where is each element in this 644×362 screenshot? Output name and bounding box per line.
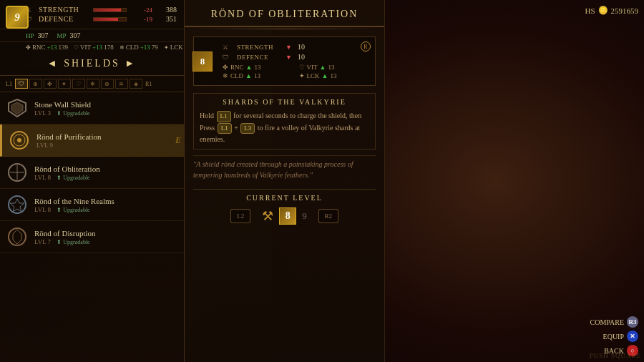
shield-icon-1 <box>8 129 31 152</box>
strength-label: STRENGTH <box>39 6 89 14</box>
shield-info-4: Rönd of Disruption LVL 7 ⬆ Upgradable <box>34 229 178 245</box>
shields-title-text: SHIELDS <box>64 58 120 69</box>
r2-btn[interactable]: R2 <box>318 209 338 223</box>
item-grid-stats: ✤ RNC ▲ 13 ♡ VIT ▲ 13 ❄ CLD ▲ 13 <box>223 64 369 79</box>
l2-btn[interactable]: L2 <box>230 209 250 223</box>
anvil-icon: ⚒ <box>262 208 273 224</box>
r-badge: R <box>361 41 371 52</box>
current-level-num: 8 <box>279 207 296 225</box>
equip-action[interactable]: EQUIP ✕ <box>603 331 638 342</box>
tab-8[interactable]: ≋ <box>115 79 128 89</box>
r1-btn[interactable]: R1 <box>145 81 152 87</box>
r3-button[interactable]: R3 <box>627 316 638 328</box>
upgradable-icon-3: ⬆ <box>57 207 62 213</box>
strength-stat-row: ⚔ STRENGTH -24 388 <box>26 6 177 14</box>
strength-arrow-down: ▼ <box>286 44 292 51</box>
upgradable-badge-0: ⬆ Upgradable <box>57 110 89 117</box>
tab-2[interactable]: ⊕ <box>29 79 42 89</box>
defence-label: DEFENCE <box>39 15 89 23</box>
ability-title: SHARDS OF THE VALKYRIE <box>200 98 369 106</box>
l1-ability-btn: L1 <box>217 111 231 122</box>
shield-level-1: LVL 9 <box>36 142 178 149</box>
hp-label: HP <box>26 32 34 39</box>
svg-point-10 <box>9 228 26 245</box>
lck-grid-arrow: ▲ <box>322 72 328 79</box>
rnc-icon: ✤ <box>26 44 31 51</box>
item-level-badge: 8 <box>192 52 213 72</box>
cld-stat: ❄ CLD +13 79 <box>119 44 158 51</box>
lck-grid-label: LCK <box>307 72 320 79</box>
shield-info-1: Rönd of Purification LVL 9 <box>36 132 178 149</box>
ability-section: SHARDS OF THE VALKYRIE Hold L1 for sever… <box>193 93 376 150</box>
rnc-value: 139 <box>59 44 69 51</box>
hud-top-right: HS 🪙 2591659 <box>585 6 638 15</box>
shield-item-1[interactable]: Rönd of Purification LVL 9 <box>0 124 184 157</box>
rnc-grid-icon: ✤ <box>223 64 228 71</box>
tab-7[interactable]: ⊛ <box>101 79 114 89</box>
tab-5[interactable]: ♡ <box>72 79 85 89</box>
watermark: PUSH SQUARE <box>590 352 641 359</box>
tab-4[interactable]: ✦ <box>58 79 71 89</box>
shield-item-3[interactable]: Rönd of the Nine Realms LVL 8 ⬆ Upgradab… <box>0 189 184 221</box>
item-strength-row: ⚔ STRENGTH ▼ 10 <box>223 43 369 51</box>
item-defence-row: 🛡 DEFENCE ▼ 10 <box>223 53 369 61</box>
l1-btn[interactable]: L1 <box>6 81 12 87</box>
equipment-tabs: L1 🛡 ⊕ ✤ ✦ ♡ ❄ ⊛ ≋ ◈ R1 <box>0 76 184 92</box>
upgradable-icon-4: ⬆ <box>57 239 62 245</box>
lck-label: LCK <box>170 44 183 51</box>
svg-point-4 <box>17 138 21 142</box>
ability-description: Hold L1 for several seconds to charge th… <box>200 110 369 145</box>
item-detail-panel: RÖND OF OBLITERATION 8 R ⚔ STRENGTH ▼ 10… <box>185 0 385 362</box>
rnc-stat: ✤ RNC +13 139 <box>26 44 68 51</box>
rnc-grid-value: 13 <box>254 64 260 71</box>
shield-item-0[interactable]: Stone Wall Shield LVL 3 ⬆ Upgradable <box>0 92 184 124</box>
strength-change: -24 <box>131 6 152 14</box>
l1-plus-btn: L1 <box>218 123 232 134</box>
hp-item: HP 307 <box>26 31 49 39</box>
shield-svg-2 <box>7 162 27 182</box>
vit-label: VIT <box>80 44 91 51</box>
shield-level-4: LVL 7 ⬆ Upgradable <box>34 238 178 245</box>
upgradable-icon-2: ⬆ <box>57 175 62 181</box>
current-level-section: CURRENT LEVEL L2 ⚒ 8 9 R2 <box>193 189 376 225</box>
tab-shields[interactable]: 🛡 <box>15 79 28 89</box>
shield-name-2: Rönd of Obliteration <box>34 165 178 173</box>
mp-item: MP 307 <box>57 31 81 39</box>
item-detail-title: RÖND OF OBLITERATION <box>185 0 384 27</box>
shield-item-2[interactable]: Rönd of Obliteration LVL 8 ⬆ Upgradable <box>0 157 184 189</box>
shield-name-0: Stone Wall Shield <box>34 100 178 109</box>
upgradable-badge-3: ⬆ Upgradable <box>57 207 89 213</box>
high-score-display: HS 🪙 2591659 <box>585 6 638 15</box>
left-panel: 9 ⚔ STRENGTH -24 388 🛡 DEFENCE -19 351 H… <box>0 0 185 362</box>
l3-btn: L3 <box>240 123 255 134</box>
tab-6[interactable]: ❄ <box>87 79 99 89</box>
shield-item-4[interactable]: Rönd of Disruption LVL 7 ⬆ Upgradable <box>0 221 184 253</box>
vit-grid-value: 13 <box>328 64 334 71</box>
shield-info-2: Rönd of Obliteration LVL 8 ⬆ Upgradable <box>34 165 178 181</box>
bottom-actions: COMPARE R3 EQUIP ✕ BACK ○ <box>590 316 638 356</box>
shields-title: SHIELDS <box>0 52 184 76</box>
lck-grid-value: 13 <box>330 72 336 79</box>
compare-action[interactable]: COMPARE R3 <box>590 316 638 328</box>
cld-label: CLD <box>126 44 139 51</box>
equip-button[interactable]: ✕ <box>627 331 638 342</box>
ability-text-1: Hold <box>200 112 216 119</box>
shield-icon-3 <box>6 193 29 216</box>
vit-grid-icon: ♡ <box>299 64 305 71</box>
vit-stat: ♡ VIT +13 178 <box>74 44 114 51</box>
mp-label: MP <box>57 32 67 39</box>
tab-3[interactable]: ✤ <box>44 79 57 89</box>
shield-name-4: Rönd of Disruption <box>34 229 178 238</box>
equip-label: EQUIP <box>603 333 624 341</box>
cld-grid-icon: ❄ <box>223 72 228 79</box>
hp-value: 307 <box>38 31 49 39</box>
shield-icon-2 <box>6 161 29 184</box>
shield-icon-0 <box>6 97 29 119</box>
tab-9[interactable]: ◈ <box>130 79 142 89</box>
vit-grid-label: VIT <box>307 64 318 71</box>
rnc-change: +13 <box>47 44 57 51</box>
vit-grid-arrow: ▲ <box>320 64 326 71</box>
shield-svg-0 <box>7 98 27 118</box>
grid-stat-rnc: ✤ RNC ▲ 13 <box>223 64 293 71</box>
cld-grid-arrow: ▲ <box>245 72 252 79</box>
